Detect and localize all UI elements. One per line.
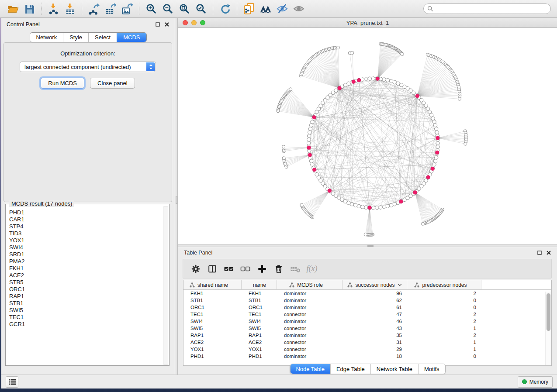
import-table-button[interactable]	[62, 0, 78, 17]
cell-shared-name[interactable]: RAP1	[183, 332, 242, 339]
cell-predecessor-nodes[interactable]: 1	[407, 325, 481, 332]
save-session-button[interactable]	[21, 0, 38, 17]
table-row[interactable]: SWI4 SWI4 dominator 46 2	[183, 318, 545, 325]
cell-shared-name[interactable]: TEC1	[183, 311, 242, 318]
import-network-button[interactable]	[45, 0, 62, 17]
table-row[interactable]: TEC1 TEC1 connector 47 2	[183, 311, 545, 318]
mcds-result-item[interactable]: ORC1	[9, 286, 163, 293]
mcds-result-item[interactable]: PHD1	[9, 209, 163, 216]
mcds-result-item[interactable]: PMA2	[9, 258, 163, 265]
cell-mcds-role[interactable]: connector	[277, 339, 343, 346]
cell-shared-name[interactable]: YOX1	[183, 346, 242, 353]
cell-predecessor-nodes[interactable]: 2	[407, 290, 481, 297]
table-tab[interactable]: Edge Table	[330, 364, 370, 374]
first-neighbors-button[interactable]	[257, 0, 274, 17]
table-row[interactable]: SWI5 SWI5 connector 43 1	[183, 325, 545, 332]
create-column-button[interactable]	[254, 261, 270, 277]
mcds-result-item[interactable]: SWI4	[9, 244, 163, 251]
memory-button[interactable]: Memory	[518, 376, 553, 388]
cell-mcds-role[interactable]: dominator	[277, 290, 343, 297]
mcds-result-item[interactable]: STB5	[9, 279, 163, 286]
cell-predecessor-nodes[interactable]: 2	[407, 332, 481, 339]
export-table-button[interactable]	[102, 0, 119, 17]
cell-shared-name[interactable]: FKH1	[183, 290, 242, 297]
cell-mcds-role[interactable]: dominator	[277, 318, 343, 325]
table-row[interactable]: RAP1 RAP1 dominator 35 2	[183, 332, 545, 339]
control-panel-tab[interactable]: MCDS	[117, 33, 146, 42]
function-builder-button[interactable]: f(x)	[304, 261, 320, 277]
cell-successor-nodes[interactable]: 47	[343, 311, 407, 318]
export-network-button[interactable]	[86, 0, 102, 17]
table-row[interactable]: FKH1 FKH1 dominator 96 2	[183, 290, 545, 297]
table-row[interactable]: STB1 STB1 dominator 62 0	[183, 297, 545, 304]
cell-name[interactable]: RAP1	[242, 332, 277, 339]
cell-name[interactable]: YOX1	[242, 346, 277, 353]
table-scrollbar[interactable]	[545, 292, 551, 365]
cell-shared-name[interactable]: STB1	[183, 297, 242, 304]
export-image-button[interactable]	[119, 0, 135, 17]
zoom-selected-button[interactable]	[193, 0, 209, 17]
search-input[interactable]	[436, 6, 547, 12]
mcds-result-item[interactable]: ACE2	[9, 272, 163, 279]
table-row[interactable]: YOX1 YOX1 connector 29 1	[183, 346, 545, 353]
network-canvas[interactable]	[178, 28, 557, 244]
open-session-button[interactable]	[4, 0, 21, 17]
table-row[interactable]: ACE2 ACE2 connector 31 1	[183, 339, 545, 346]
toggle-column-view-button[interactable]	[204, 261, 221, 277]
table-row[interactable]: PHD1 PHD1 dominator 18 0	[183, 353, 545, 360]
cell-name[interactable]: SWI5	[242, 325, 277, 332]
cell-name[interactable]: SWI4	[242, 318, 277, 325]
cell-mcds-role[interactable]: connector	[277, 346, 343, 353]
control-panel-tab[interactable]: Style	[63, 33, 88, 42]
cell-mcds-role[interactable]: dominator	[277, 353, 343, 360]
mcds-result-item[interactable]: SWI5	[9, 307, 163, 314]
cell-shared-name[interactable]: ACE2	[183, 339, 242, 346]
cell-shared-name[interactable]: PHD1	[183, 353, 242, 360]
apply-layout-button[interactable]	[217, 0, 233, 17]
float-panel-icon[interactable]	[537, 250, 542, 255]
table-tab[interactable]: Network Table	[370, 364, 418, 374]
scrollbar-thumb[interactable]	[547, 293, 550, 331]
run-mcds-button[interactable]: Run MCDS	[41, 78, 84, 89]
column-header[interactable]: name	[242, 280, 277, 290]
cell-mcds-role[interactable]: dominator	[277, 332, 343, 339]
cell-successor-nodes[interactable]: 31	[343, 339, 407, 346]
cell-predecessor-nodes[interactable]: 0	[407, 304, 481, 311]
cell-name[interactable]: ACE2	[242, 339, 277, 346]
close-panel-icon[interactable]	[164, 22, 170, 27]
cell-shared-name[interactable]: SWI5	[183, 325, 242, 332]
cell-name[interactable]: PHD1	[242, 353, 277, 360]
table-tab[interactable]: Motifs	[418, 364, 445, 374]
close-panel-icon[interactable]	[546, 250, 551, 255]
cell-name[interactable]: STB1	[242, 297, 277, 304]
table-settings-button[interactable]	[187, 261, 204, 277]
hide-graphics-details-button[interactable]	[274, 0, 291, 17]
cell-successor-nodes[interactable]: 61	[343, 304, 407, 311]
search-box[interactable]	[423, 3, 551, 14]
delete-columns-button[interactable]	[270, 261, 287, 277]
cell-successor-nodes[interactable]: 35	[343, 332, 407, 339]
column-header[interactable]: MCDS role	[277, 280, 343, 290]
cell-successor-nodes[interactable]: 96	[343, 290, 407, 297]
cell-mcds-role[interactable]: connector	[277, 325, 343, 332]
zoom-out-button[interactable]	[159, 0, 176, 17]
mcds-result-item[interactable]: TEC1	[9, 314, 163, 321]
control-panel-tab[interactable]: Network	[30, 33, 63, 42]
cell-name[interactable]: ORC1	[242, 304, 277, 311]
status-list-button[interactable]	[6, 376, 18, 388]
splitter-grip[interactable]	[367, 245, 374, 247]
select-all-rows-button[interactable]	[221, 261, 237, 277]
cell-predecessor-nodes[interactable]: 1	[407, 339, 481, 346]
float-panel-icon[interactable]	[155, 22, 160, 27]
close-panel-button[interactable]: Close panel	[90, 78, 135, 89]
mcds-list-scrollbar[interactable]	[163, 206, 168, 364]
mcds-result-item[interactable]: TID3	[9, 230, 163, 237]
cell-predecessor-nodes[interactable]: 0	[407, 353, 481, 360]
cell-successor-nodes[interactable]: 18	[343, 353, 407, 360]
mcds-result-item[interactable]: SRD1	[9, 251, 163, 258]
cell-mcds-role[interactable]: dominator	[277, 297, 343, 304]
cell-shared-name[interactable]: SWI4	[183, 318, 242, 325]
mcds-result-item[interactable]: CAR1	[9, 216, 163, 223]
cell-name[interactable]: TEC1	[242, 311, 277, 318]
cell-successor-nodes[interactable]: 62	[343, 297, 407, 304]
